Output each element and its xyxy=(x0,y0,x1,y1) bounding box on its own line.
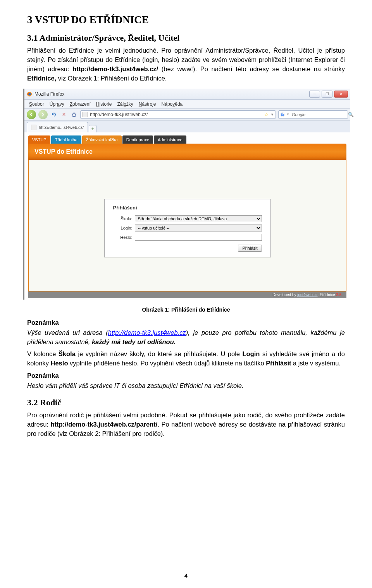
text: vyplníte přidělené heslo. Po vyplnění vš… xyxy=(68,360,266,367)
login-password-input[interactable] xyxy=(135,234,262,241)
menu-nastroje[interactable]: Nástroje xyxy=(136,101,158,108)
new-tab-button[interactable]: + xyxy=(89,125,96,132)
heading-3-1: 3.1 Administrátor/Správce, Ředitel, Učit… xyxy=(27,33,345,43)
heading-3-2: 3.2 Rodič xyxy=(27,398,345,408)
url-dropdown-icon[interactable]: ▼ xyxy=(270,113,274,117)
text-bold: Login xyxy=(242,350,260,357)
back-button[interactable] xyxy=(27,110,36,119)
browser-menubar: Soubor Úpravy Zobrazení Historie Záložky… xyxy=(24,100,350,109)
firefox-icon xyxy=(27,91,32,97)
window-minimize-button[interactable]: ─ xyxy=(309,91,320,98)
note-link[interactable]: http://demo-tk3.just4web.cz xyxy=(108,329,186,336)
browser-tab[interactable]: http://demo...st4web.cz/ xyxy=(27,122,88,132)
login-login-select[interactable]: -- vstup učitelé -- xyxy=(135,225,262,231)
window-title: Mozilla Firefox xyxy=(34,91,64,97)
text: je vyplněn název školy, do které se přih… xyxy=(76,350,243,357)
text-bold: Etřídnice, xyxy=(27,75,58,82)
note-1: Výše uvedená url adresa (http://demo-tk3… xyxy=(27,328,345,347)
app-tab-denik-praxe[interactable]: Deník praxe xyxy=(122,135,153,144)
login-password-label: Heslo: xyxy=(113,235,135,240)
menu-upravy[interactable]: Úpravy xyxy=(47,101,67,108)
note-2: Heslo vám přidělí váš správce IT či osob… xyxy=(27,381,345,391)
search-go-icon[interactable]: 🔍 xyxy=(348,112,354,117)
forward-button[interactable] xyxy=(38,110,48,119)
paragraph-3: Pro oprávnění rodič je přihlášení velmi … xyxy=(27,411,345,439)
footer-suffix: . Etřídnice xyxy=(318,293,336,297)
text: viz Obrázek 1: Přihlášení do Etřídnice. xyxy=(58,75,167,82)
paragraph-2: V kolonce Škola je vyplněn název školy, … xyxy=(27,350,345,368)
window-maximize-button[interactable]: ☐ xyxy=(322,91,332,98)
window-close-button[interactable]: ✕ xyxy=(334,91,348,98)
home-button[interactable] xyxy=(70,111,78,118)
login-school-select[interactable]: Střední škola obchodu a služeb DEMO, Jih… xyxy=(135,215,262,222)
footer-link[interactable]: just4web.cz xyxy=(297,293,317,297)
reload-button[interactable] xyxy=(50,111,58,118)
figure-screenshot: Mozilla Firefox ─ ☐ ✕ Soubor Úpravy Zobr… xyxy=(23,89,350,300)
login-card: Přihlášení Škola: Střední škola obchodu … xyxy=(104,199,271,257)
footer-prefix: Developed by xyxy=(272,293,297,297)
menu-zalozky[interactable]: Záložky xyxy=(115,101,135,108)
app-header: VSTUP do Etřídnice xyxy=(28,144,346,160)
url-bar[interactable]: ☆ ▼ xyxy=(80,110,276,119)
menu-zobrazeni[interactable]: Zobrazení xyxy=(67,101,93,108)
text: (bez www!). Po načtení této adresy se do… xyxy=(162,65,345,72)
note-label: Poznámka xyxy=(27,318,345,327)
search-bar[interactable]: ▼ 🔍 xyxy=(278,110,348,119)
menu-historie[interactable]: Historie xyxy=(94,101,114,108)
browser-tab-label: http://demo...st4web.cz/ xyxy=(39,125,84,130)
paragraph-intro: Přihlášení do Etřídnice je velmi jednodu… xyxy=(27,46,345,83)
search-dropdown-icon[interactable]: ▼ xyxy=(286,113,289,116)
text-bold: Heslo xyxy=(51,360,68,367)
text: a jste v systému. xyxy=(291,360,340,367)
note-label-2: Poznámka xyxy=(27,371,345,381)
text-bold: každý má tedy url odlišnou. xyxy=(92,338,176,345)
app-tab-tridni-kniha[interactable]: Třídní kniha xyxy=(51,135,81,144)
url-input[interactable] xyxy=(89,111,262,118)
app-tab-zakovska-knizka[interactable]: Žákovská knížka xyxy=(82,135,122,144)
google-icon xyxy=(280,112,285,117)
page-viewport: VSTUP Třídní kniha Žákovská knížka Deník… xyxy=(24,132,350,300)
text: V kolonce xyxy=(27,350,59,357)
text-bold: Přihlásit xyxy=(266,360,291,367)
app-tab-administrace[interactable]: Administrace xyxy=(154,135,186,144)
login-submit-button[interactable]: Přihlásit xyxy=(238,245,262,252)
menu-napoveda[interactable]: Nápověda xyxy=(159,101,185,108)
page-number: 4 xyxy=(0,572,372,579)
app-tabstrip: VSTUP Třídní kniha Žákovská knížka Deník… xyxy=(28,135,346,144)
figure-caption: Obrázek 1: Přihlášení do Etřídnice xyxy=(27,307,345,313)
app-body: Přihlášení Škola: Střední škola obchodu … xyxy=(28,160,346,291)
bookmark-star-icon[interactable]: ☆ xyxy=(264,112,269,117)
footer-version: 2.5. xyxy=(336,293,343,297)
browser-tabstrip: http://demo...st4web.cz/ + xyxy=(24,121,350,132)
app-tab-vstup[interactable]: VSTUP xyxy=(28,135,50,144)
text-bold: Škola xyxy=(59,350,76,357)
menu-soubor[interactable]: Soubor xyxy=(27,101,46,108)
window-titlebar: Mozilla Firefox ─ ☐ ✕ xyxy=(24,89,350,100)
text: Výše uvedená url adresa ( xyxy=(27,329,108,336)
login-school-label: Škola: xyxy=(113,216,135,221)
login-title: Přihlášení xyxy=(113,205,262,211)
url-bold: http://demo-tk3.just4web.cz/ xyxy=(72,65,158,72)
app-footer: Developed by just4web.cz. Etřídnice 2.5. xyxy=(28,291,346,298)
url-bold: http://demo-tk3.just4web.cz/parent/ xyxy=(50,421,157,428)
browser-toolbar: ✕ ☆ ▼ ▼ 🔍 xyxy=(24,109,350,121)
stop-button[interactable]: ✕ xyxy=(60,111,68,118)
heading-3: 3 VSTUP DO ETŘÍDNICE xyxy=(27,14,345,26)
search-input[interactable] xyxy=(291,112,346,117)
login-login-label: Login: xyxy=(113,226,135,230)
